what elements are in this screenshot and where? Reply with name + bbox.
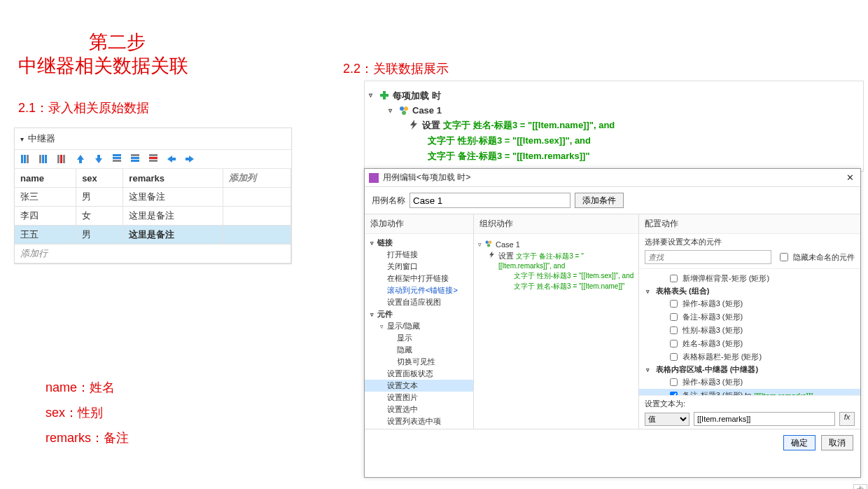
triangle-icon: ▿ xyxy=(369,91,376,99)
repeater-grid[interactable]: name sex remarks 添加列 张三男这里备注李四女这里是备注王五男这… xyxy=(15,169,291,263)
action-tree-item[interactable]: 设置选中 xyxy=(365,404,473,415)
config-tree-item[interactable]: 姓名-标题3 (矩形) xyxy=(639,337,860,350)
insert-col-left-icon[interactable] xyxy=(20,153,31,165)
action-tree-item[interactable]: ▸启用/禁用 xyxy=(365,427,473,429)
move-right-icon[interactable] xyxy=(184,153,195,165)
config-checkbox[interactable] xyxy=(670,275,678,282)
svg-rect-8 xyxy=(63,155,65,163)
hide-unnamed-checkbox[interactable] xyxy=(780,253,788,261)
config-checkbox[interactable] xyxy=(670,353,678,361)
cell-sex[interactable]: 男 xyxy=(76,226,123,245)
cell-sex[interactable]: 男 xyxy=(76,188,123,207)
action-tree-item[interactable]: 打开链接 xyxy=(365,249,473,261)
hide-unnamed-toggle[interactable]: 隐藏未命名的元件 xyxy=(777,251,855,263)
col-name[interactable]: name xyxy=(15,169,76,188)
repeater-panel-header[interactable]: ▾ 中继器 xyxy=(15,128,291,150)
section-2-1-heading: 2.1：录入相关原始数据 xyxy=(18,99,149,116)
case-name-input[interactable] xyxy=(410,193,570,208)
table-row[interactable]: 李四女这里是备注 xyxy=(15,207,291,226)
col-remarks[interactable]: remarks xyxy=(123,169,223,188)
config-checkbox[interactable] xyxy=(670,326,678,334)
config-tree[interactable]: 新增弹框背景-矩形 (矩形)▿表格表头 (组合)操作-标题3 (矩形)备注-标题… xyxy=(639,269,860,395)
config-tree-item[interactable]: ▿表格内容区域-中继器 (中继器) xyxy=(639,364,860,376)
cell-sex[interactable]: 女 xyxy=(76,207,123,226)
action-tree-item[interactable]: 设置图片 xyxy=(365,392,473,404)
text-mode-select[interactable]: 值 xyxy=(645,413,690,426)
cell-remarks[interactable]: 这里备注 xyxy=(123,188,223,207)
move-down-icon[interactable] xyxy=(93,153,104,165)
add-column[interactable]: 添加列 xyxy=(223,169,290,188)
cancel-button[interactable]: 取消 xyxy=(821,435,853,450)
action-tree-item[interactable]: 滚动到元件<锚链接> xyxy=(365,284,473,296)
insert-col-right-icon[interactable] xyxy=(38,153,50,165)
event-item-load[interactable]: ▿ 每项加载 时 xyxy=(369,88,859,104)
action-tree-item[interactable]: 设置自适应视图 xyxy=(365,296,473,308)
action-tree-item[interactable]: 显示 xyxy=(365,332,473,344)
insert-row-below-icon[interactable] xyxy=(130,153,141,165)
cell-empty[interactable] xyxy=(223,207,290,226)
config-checkbox[interactable] xyxy=(670,378,678,386)
cell-remarks[interactable]: 这里是备注 xyxy=(123,226,223,245)
action-tree-item[interactable]: 关闭窗口 xyxy=(365,261,473,273)
c2-case-row[interactable]: ▿ Case 1 xyxy=(478,240,634,249)
step-title: 第二步 xyxy=(89,29,146,55)
cell-name[interactable]: 王五 xyxy=(15,226,76,245)
c2-action-row[interactable]: 设置 文字于 备注-标题3 = "[[Item.remarks]]", and … xyxy=(478,249,634,291)
svg-rect-13 xyxy=(131,157,139,159)
cell-empty[interactable] xyxy=(223,188,290,207)
organize-action-header: 组织动作 xyxy=(474,214,638,234)
config-checkbox[interactable] xyxy=(670,300,678,308)
cell-name[interactable]: 张三 xyxy=(15,188,76,207)
action-tree[interactable]: ▿链接打开链接关闭窗口在框架中打开链接滚动到元件<锚链接>设置自适应视图▿元件▿… xyxy=(365,234,473,429)
action-tree-item[interactable]: 隐藏 xyxy=(365,344,473,356)
table-row[interactable]: 张三男这里备注 xyxy=(15,188,291,207)
close-icon[interactable]: ✕ xyxy=(844,172,856,183)
side-tools-floater[interactable]: 卡打仁 xyxy=(853,484,867,489)
move-up-icon[interactable] xyxy=(75,153,86,165)
config-tree-item[interactable]: 表格标题栏-矩形 (矩形) xyxy=(639,350,860,364)
svg-rect-19 xyxy=(383,91,386,99)
search-input[interactable] xyxy=(645,250,771,264)
action-tree-item[interactable]: 设置列表选中项 xyxy=(365,415,473,427)
delete-row-icon[interactable] xyxy=(148,153,159,165)
config-tree-item[interactable]: 性别-标题3 (矩形) xyxy=(639,324,860,337)
c3-heading: 选择要设置文本的元件 xyxy=(645,237,855,250)
fx-button[interactable]: fx xyxy=(839,412,855,426)
col-sex[interactable]: sex xyxy=(76,169,123,188)
add-action-column: 添加动作 ▿链接打开链接关闭窗口在框架中打开链接滚动到元件<锚链接>设置自适应视… xyxy=(365,214,474,429)
cell-remarks[interactable]: 这里是备注 xyxy=(123,207,223,226)
action-tree-item[interactable]: ▿显示/隐藏 xyxy=(365,320,473,332)
config-tree-item[interactable]: ▿表格表头 (组合) xyxy=(639,285,860,297)
config-tree-item[interactable]: 备注-标题3 (矩形) xyxy=(639,310,860,324)
delete-col-icon[interactable] xyxy=(57,153,68,165)
lightning-icon xyxy=(408,119,419,130)
config-tree-item[interactable]: 备注-标题3 (矩形) to "[[Item.remarks]]" xyxy=(639,389,860,395)
event-tree: ▿ 每项加载 时 ▿ Case 1 设置 文字于 姓名-标题3 = "[[Ite… xyxy=(364,81,864,172)
config-checkbox[interactable] xyxy=(670,313,678,321)
c2-line3: 文字于 姓名-标题3 = "[[Item.name]]" xyxy=(514,282,625,290)
add-condition-button[interactable]: 添加条件 xyxy=(575,193,624,208)
expression-input[interactable] xyxy=(694,412,835,426)
move-left-icon[interactable] xyxy=(166,153,177,165)
action-tree-item[interactable]: ▿元件 xyxy=(365,308,473,320)
action-tree-item[interactable]: ▿链接 xyxy=(365,237,473,249)
config-tree-item[interactable]: 新增弹框背景-矩形 (矩形) xyxy=(639,272,860,285)
action-tree-item[interactable]: 在框架中打开链接 xyxy=(365,273,473,284)
action-tree-item[interactable]: 切换可见性 xyxy=(365,356,473,368)
config-tree-item[interactable]: 操作-标题3 (矩形) xyxy=(639,376,860,389)
case-name-label: 用例名称 xyxy=(372,195,405,207)
event-action[interactable]: 设置 文字于 姓名-标题3 = "[[Item.name]]", and xyxy=(369,118,859,133)
config-checkbox[interactable] xyxy=(670,340,678,347)
organize-action-body[interactable]: ▿ Case 1 设置 文字于 备注-标题3 = "[[Item.remarks… xyxy=(474,234,638,429)
config-tree-item[interactable]: 操作-标题3 (矩形) xyxy=(639,297,860,310)
event-item-load-label: 每项加载 时 xyxy=(393,90,441,102)
event-case[interactable]: ▿ Case 1 xyxy=(369,104,859,118)
table-row[interactable]: 王五男这里是备注 xyxy=(15,226,291,245)
insert-row-above-icon[interactable] xyxy=(111,153,122,165)
ok-button[interactable]: 确定 xyxy=(783,435,816,450)
action-tree-item[interactable]: 设置文本 xyxy=(365,380,473,392)
add-row[interactable]: 添加行 xyxy=(15,245,291,263)
action-tree-item[interactable]: 设置面板状态 xyxy=(365,368,473,380)
cell-empty[interactable] xyxy=(223,226,290,245)
cell-name[interactable]: 李四 xyxy=(15,207,76,226)
